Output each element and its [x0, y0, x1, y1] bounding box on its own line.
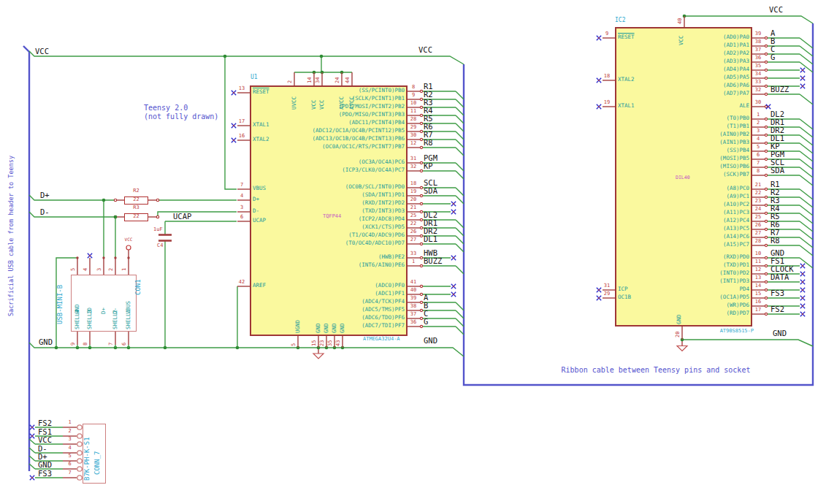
pin-name: (SS/PCINT0)PB0	[257, 88, 405, 93]
net-label[interactable]: C	[770, 45, 814, 53]
net-label-dminus[interactable]: D-	[40, 208, 50, 216]
pin-name: (SDA/INT1)PD1	[257, 192, 405, 198]
net-label[interactable]: G	[424, 318, 467, 326]
pin-name: (OC3A/OC4A)PC6	[257, 159, 405, 165]
pin-name: (INT1)PD3	[643, 278, 749, 284]
net-label-ucap[interactable]: UCAP	[173, 213, 191, 221]
pin-name: (T1/OC4D/ADC9)PD6	[257, 232, 405, 238]
net-label[interactable]: B	[770, 37, 814, 45]
pin-name: D+	[253, 196, 259, 202]
u1-ref[interactable]: U1	[251, 75, 258, 80]
net-label[interactable]: A	[770, 29, 814, 37]
net-label[interactable]: R8	[424, 139, 467, 147]
net-label[interactable]: FS2	[38, 419, 52, 427]
pin-name: UCAP	[253, 218, 266, 224]
conn7-value[interactable]: B7K-PH-K-S1	[84, 437, 91, 481]
r2-ref[interactable]: R2	[124, 188, 148, 194]
pin-name: (HWB)PE2	[257, 254, 405, 260]
pin-number: 2	[752, 121, 765, 126]
net-label[interactable]: DATA	[770, 273, 814, 281]
net-label[interactable]: C	[424, 310, 467, 318]
pin-number: 19	[601, 100, 613, 105]
pin-number: 27	[407, 237, 420, 243]
pin-name: OC1B	[618, 294, 631, 300]
pin-number: 28	[752, 239, 765, 244]
net-label[interactable]: KP	[424, 162, 467, 170]
pin-name: RESET	[253, 89, 269, 95]
pin-number: 39	[752, 31, 765, 37]
net-label-vcc-left[interactable]: VCC	[35, 47, 49, 56]
pin-name: ICP	[618, 286, 628, 292]
pin-number: 5	[291, 343, 297, 346]
conn7-ref[interactable]: CONN_7	[94, 451, 101, 475]
pin-number: 35	[328, 340, 333, 346]
pin-number: 32	[752, 88, 765, 93]
pin-number: 18	[407, 181, 420, 186]
pin-number: 5	[752, 145, 765, 150]
net-label[interactable]: FS2	[770, 305, 814, 313]
pin-name: (A10)PC2	[643, 202, 749, 207]
net-label-gnd-mid[interactable]: GND	[424, 337, 437, 345]
pin-name: (ADC5/TMS)PF5	[257, 307, 405, 313]
ic2-ref[interactable]: IC2	[615, 18, 625, 23]
pin-number: 11	[752, 259, 765, 264]
net-label[interactable]: SDA	[770, 167, 814, 175]
pin-name: (ADC4/TCK)PF4	[257, 299, 405, 305]
pin-name: (OC1A)PD5	[643, 294, 749, 300]
u1-part: ATMEGA32U4-A	[363, 337, 400, 342]
pin-number: 35	[752, 64, 765, 69]
net-label[interactable]: SDA	[424, 187, 467, 195]
pin-name: GND	[324, 323, 329, 333]
net-label[interactable]: FS3	[38, 470, 52, 478]
pin-number: 23	[320, 340, 325, 346]
pin-number: 4	[83, 268, 88, 271]
con1-value[interactable]: USB-MINI-B	[57, 285, 64, 324]
net-label-vcc-right[interactable]: VCC	[769, 6, 783, 14]
pin-number: 8	[752, 169, 765, 174]
pin-number: 39	[407, 296, 420, 301]
net-label[interactable]: BUZZ	[424, 257, 467, 265]
pin-name: (A13)PC5	[643, 226, 749, 232]
r3-value[interactable]: 22	[124, 214, 148, 219]
c4-ref[interactable]: C4	[157, 243, 163, 248]
net-label[interactable]: GND	[38, 461, 52, 469]
pin-name: XTAL2	[253, 137, 269, 142]
pin-number: 13	[236, 86, 248, 91]
pin-number: 22	[407, 221, 420, 226]
pin-number: 2	[288, 80, 293, 83]
pin-name: (AD1)PA1	[643, 42, 749, 48]
net-label[interactable]: VCC	[38, 436, 52, 444]
pin-number: 14	[752, 283, 765, 289]
note-ribbon: Ribbon cable between Teensy pins and soc…	[546, 367, 765, 375]
con1-ref[interactable]: CON1	[135, 279, 142, 295]
pin-name: (SS)PB4	[643, 148, 749, 153]
pin-name: PD4	[643, 286, 749, 292]
net-label-gnd-left[interactable]: GND	[39, 338, 53, 346]
net-label[interactable]: G	[770, 53, 814, 61]
pin-number: 6	[122, 343, 127, 345]
pin-name: XTAL2	[618, 77, 635, 83]
r3-ref[interactable]: R3	[124, 205, 148, 210]
net-label-vcc-mid[interactable]: VCC	[418, 46, 432, 54]
pin-name: (ICP2/ADC8)PD4	[257, 216, 405, 222]
pin-name: SHELL4	[74, 310, 80, 329]
pin-name: GND	[316, 323, 321, 333]
net-label[interactable]: B	[424, 302, 467, 310]
net-label-dplus[interactable]: D+	[40, 191, 50, 199]
net-label-gnd-right[interactable]: GND	[773, 329, 787, 337]
pin-number: 34	[316, 77, 321, 83]
pin-name: (AD5)PA5	[643, 75, 749, 80]
pin-name: (ADC6/TDO)PF6	[257, 315, 405, 321]
pin-number: 40	[678, 18, 683, 24]
pin-name: RESET	[618, 34, 635, 40]
net-label[interactable]: DL1	[424, 235, 467, 243]
r2-value[interactable]: 22	[124, 197, 148, 202]
net-label[interactable]: R8	[770, 237, 814, 245]
pin-number: 7	[65, 470, 74, 476]
net-label[interactable]: A	[424, 294, 467, 302]
c4-value[interactable]: 1uF	[153, 227, 163, 232]
pin-number: 3	[236, 205, 248, 210]
pin-name: ALE	[643, 103, 749, 109]
net-label[interactable]: FS3	[770, 289, 814, 297]
net-label[interactable]: BUZZ	[770, 85, 814, 93]
